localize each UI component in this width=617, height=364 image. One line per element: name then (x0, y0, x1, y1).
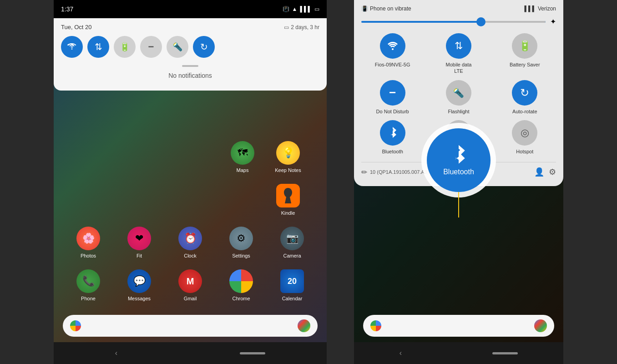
kindle-label: Kindle (281, 210, 295, 216)
app-phone[interactable]: 📞 Phone (72, 269, 104, 301)
camera-label: Camera (283, 253, 301, 258)
qs-tile-hotspot[interactable]: ◎ Hotspot (494, 120, 556, 155)
right-google-logo (370, 320, 381, 331)
app-row-kindle: Kindle (63, 184, 318, 216)
cellular-icon: ▌▌▌ (300, 6, 312, 12)
right-home-pill[interactable] (492, 352, 518, 354)
qs-top-bar: 📳 Phone on vibrate ▌▌▌ Verizon (361, 5, 556, 12)
edit-icon[interactable] (361, 168, 367, 177)
maps-label: Maps (237, 167, 249, 173)
photos-icon: 🌸 (76, 227, 100, 250)
messages-label: Messages (128, 296, 151, 301)
battery-icon-small: ▭ (284, 24, 289, 30)
toggle-battery-saver[interactable]: 🔋 (114, 36, 136, 58)
no-notifications: No notifications (61, 67, 319, 81)
brightness-row[interactable]: ✦ (361, 17, 556, 26)
qs-rotate-label: Auto-rotate (512, 108, 537, 115)
app-maps[interactable]: 🗺 Maps (227, 141, 258, 173)
app-settings[interactable]: ⚙ Settings (225, 227, 257, 258)
phone-icon: 📞 (76, 269, 100, 293)
camera-icon: 📷 (280, 227, 304, 250)
toggle-wifi[interactable] (61, 36, 83, 58)
messages-icon: 💬 (127, 269, 151, 293)
phone-label: Phone (81, 296, 96, 301)
swap-icon: ⇅ (95, 41, 102, 52)
clock-label: Clock (184, 253, 197, 258)
qs-tile-flashlight[interactable]: 🔦 Flashlight (427, 80, 490, 115)
qs-tile-bluetooth[interactable]: Bluetooth (361, 120, 424, 155)
bluetooth-tooltip-circle: Bluetooth (427, 128, 491, 192)
toggle-dnd[interactable]: − (140, 36, 162, 58)
left-search-bar[interactable] (63, 315, 318, 337)
right-assistant-icon[interactable] (534, 319, 547, 332)
qs-dnd-icon: − (380, 80, 405, 106)
gmail-label: Gmail (184, 296, 197, 301)
rotate-icon: ↻ (200, 41, 208, 52)
keep-icon: 💡 (276, 141, 300, 165)
toggle-data[interactable]: ⇅ (87, 36, 109, 58)
back-button[interactable]: ‹ (115, 349, 117, 357)
photos-label: Photos (81, 253, 96, 258)
keep-label: Keep Notes (275, 167, 301, 173)
app-row-3: 🌸 Photos ❤ Fit ⏰ Clock ⚙ Settings (63, 227, 318, 258)
right-back-button[interactable]: ‹ (400, 349, 402, 357)
qs-tile-mobile-data[interactable]: ⇅ Mobile data LTE (427, 33, 490, 75)
app-keep[interactable]: 💡 Keep Notes (272, 141, 304, 173)
qs-flashlight-label: Flashlight (448, 108, 469, 115)
gmail-icon: M (178, 269, 202, 293)
qs-mobile-data-icon: ⇅ (446, 33, 471, 59)
qs-hotspot-icon: ◎ (512, 120, 537, 146)
flashlight-icon: 🔦 (172, 42, 182, 52)
toggle-rotate[interactable]: ↻ (193, 36, 215, 58)
chrome-label: Chrome (232, 296, 250, 301)
home-pill[interactable] (240, 352, 265, 354)
app-camera[interactable]: 📷 Camera (276, 227, 308, 258)
app-gmail[interactable]: M Gmail (174, 269, 206, 301)
app-kindle[interactable]: Kindle (272, 184, 304, 216)
brightness-slider[interactable] (361, 21, 546, 23)
qs-hotspot-label: Hotspot (516, 148, 533, 155)
app-grid: 🗺 Maps 💡 Keep Notes (54, 109, 327, 312)
app-chrome[interactable]: Chrome (225, 269, 257, 301)
notification-panel: Tue, Oct 20 ▭ 2 days, 3 hr (54, 18, 327, 91)
qs-tile-battery-saver[interactable]: 🔋 Battery Saver (494, 33, 556, 75)
right-search-bar[interactable] (363, 315, 554, 337)
right-nav-bar: ‹ (354, 342, 563, 364)
notif-date: Tue, Oct 20 (61, 24, 91, 30)
auto-brightness-icon[interactable]: ✦ (550, 17, 556, 26)
toggle-flashlight[interactable]: 🔦 (167, 36, 188, 58)
chrome-icon (229, 269, 253, 293)
qs-action-icons (534, 167, 556, 177)
qs-tile-wifi[interactable]: Fios-09NVE-5G (361, 33, 424, 75)
build-text: 10 (QP1A.191005.007.A3) (370, 169, 429, 175)
kindle-icon (276, 184, 300, 207)
qs-wifi-icon (380, 33, 405, 59)
svg-point-1 (392, 48, 394, 50)
app-row-1: 🗺 Maps 💡 Keep Notes (63, 141, 318, 173)
app-messages[interactable]: 💬 Messages (123, 269, 155, 301)
google-assistant-icon[interactable] (298, 319, 310, 332)
brightness-thumb[interactable] (476, 17, 486, 26)
user-icon[interactable] (534, 167, 544, 177)
battery-saver-icon: 🔋 (120, 42, 130, 52)
notif-header: Tue, Oct 20 ▭ 2 days, 3 hr (61, 24, 319, 30)
app-clock[interactable]: ⏰ Clock (174, 227, 206, 258)
qs-tile-dnd[interactable]: − Do Not Disturb (361, 80, 424, 115)
qs-battery-saver-label: Battery Saver (510, 61, 540, 68)
tooltip-connector (458, 192, 459, 217)
left-time: 1:37 (61, 5, 73, 13)
svg-point-0 (71, 48, 73, 50)
qs-mobile-data-label: Mobile data LTE (446, 61, 472, 75)
settings-gear-icon[interactable] (549, 167, 556, 177)
dnd-icon: − (148, 41, 154, 53)
maps-icon: 🗺 (231, 141, 254, 165)
qs-tile-auto-rotate[interactable]: ↻ Auto-rotate (494, 80, 556, 115)
app-photos[interactable]: 🌸 Photos (72, 227, 104, 258)
google-g-logo (70, 320, 81, 331)
app-fit[interactable]: ❤ Fit (123, 227, 155, 258)
left-phone: 1:37 📳 ▲ ▌▌▌ ▭ Tue, Oct 20 ▭ 2 days, 3 h… (54, 0, 327, 364)
qs-bluetooth-label: Bluetooth (382, 148, 403, 155)
battery-time: 2 days, 3 hr (291, 24, 319, 30)
app-calendar[interactable]: 20 Calendar (276, 269, 308, 301)
right-phone: 1:35 ▌▌▌ Verizon 📳 Phone on vibrate ▌▌▌ … (354, 0, 563, 364)
